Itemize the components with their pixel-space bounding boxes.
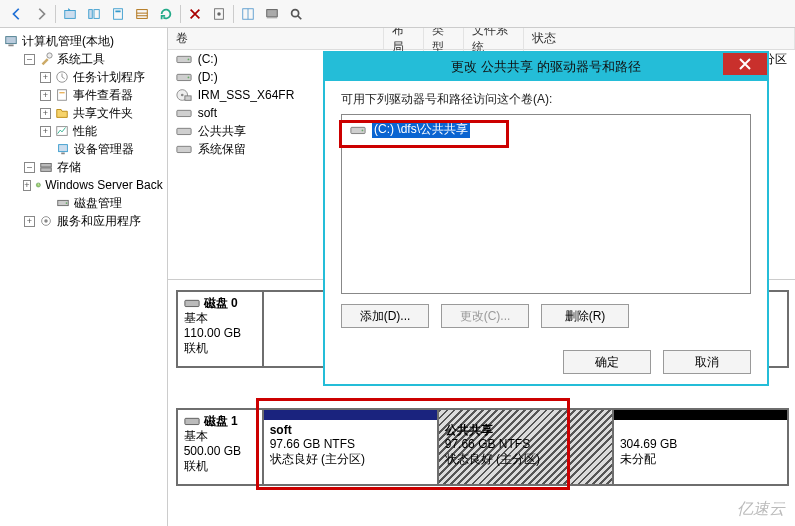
clock-icon	[55, 70, 69, 84]
vol-name: soft	[198, 106, 217, 120]
svg-rect-0	[65, 10, 76, 18]
ok-button[interactable]: 确定	[563, 350, 651, 374]
delete-button[interactable]	[184, 3, 206, 25]
svg-rect-41	[177, 146, 191, 152]
disk-type: 基本	[184, 311, 208, 325]
vol-name: 系统保留	[198, 141, 246, 158]
tree-systools[interactable]: – 系统工具	[0, 50, 167, 68]
tree-perf[interactable]: + 性能	[0, 122, 167, 140]
close-icon	[739, 58, 751, 70]
disk-0-info: 磁盘 0 基本 110.00 GB 联机	[178, 292, 264, 366]
properties-button[interactable]	[107, 3, 129, 25]
expand-icon[interactable]: +	[40, 108, 51, 119]
tree-task[interactable]: + 任务计划程序	[0, 68, 167, 86]
col-status[interactable]: 状态	[524, 28, 795, 49]
svg-rect-12	[267, 9, 278, 16]
tree-label: 性能	[73, 123, 97, 140]
drive-icon	[176, 124, 192, 138]
svg-rect-20	[58, 90, 67, 101]
svg-point-9	[217, 12, 221, 16]
svg-rect-13	[267, 16, 278, 18]
expand-icon[interactable]: +	[40, 72, 51, 83]
dvd-icon	[176, 88, 192, 102]
drive-icon	[176, 142, 192, 156]
expand-icon[interactable]: +	[40, 126, 51, 137]
disk-name: 磁盘 0	[204, 296, 238, 310]
svg-rect-2	[94, 9, 99, 18]
computer-icon	[4, 34, 18, 48]
collapse-icon[interactable]: –	[24, 162, 35, 173]
svg-rect-16	[6, 37, 17, 44]
backup-icon	[35, 178, 42, 192]
cancel-button[interactable]: 取消	[663, 350, 751, 374]
close-button[interactable]	[723, 53, 767, 75]
part-info: 304.69 GB	[620, 437, 677, 451]
perf-icon	[55, 124, 69, 138]
dialog-titlebar[interactable]: 更改 公共共享 的驱动器号和路径	[325, 53, 767, 81]
tree-share[interactable]: + 共享文件夹	[0, 104, 167, 122]
show-button[interactable]	[83, 3, 105, 25]
svg-point-29	[66, 202, 68, 204]
back-button[interactable]	[6, 3, 28, 25]
svg-line-15	[298, 15, 302, 19]
tree-label: 事件查看器	[73, 87, 133, 104]
action-button[interactable]	[261, 3, 283, 25]
toolbar-sep	[55, 5, 56, 23]
props-button[interactable]	[208, 3, 230, 25]
expand-icon[interactable]: +	[23, 180, 30, 191]
svg-rect-38	[185, 96, 191, 100]
tree-label: Windows Server Back	[45, 178, 162, 192]
svg-rect-5	[137, 9, 148, 18]
dialog-label: 可用下列驱动器号和路径访问这个卷(A):	[341, 91, 751, 108]
list-button[interactable]	[131, 3, 153, 25]
vol-name: 公共共享	[198, 123, 246, 140]
tree-label: 计算机管理(本地)	[22, 33, 114, 50]
tree-wsb[interactable]: + Windows Server Back	[0, 176, 167, 194]
svg-rect-17	[8, 45, 13, 47]
col-vol[interactable]: 卷	[168, 28, 384, 49]
disk-1-info: 磁盘 1 基本 500.00 GB 联机	[178, 410, 264, 484]
svg-rect-42	[185, 300, 199, 306]
expand-icon[interactable]: +	[24, 216, 35, 227]
up-button[interactable]	[59, 3, 81, 25]
svg-rect-25	[41, 164, 52, 168]
drive-icon	[176, 52, 192, 66]
find-button[interactable]	[285, 3, 307, 25]
part-status: 未分配	[620, 452, 656, 466]
add-button[interactable]: 添加(D)...	[341, 304, 429, 328]
services-icon	[39, 214, 53, 228]
disk-name: 磁盘 1	[204, 414, 238, 428]
disk-size: 500.00 GB	[184, 444, 241, 458]
tree-storage[interactable]: – 存储	[0, 158, 167, 176]
expand-icon[interactable]: +	[40, 90, 51, 101]
nav-tree[interactable]: 计算机管理(本地) – 系统工具 + 任务计划程序 + 事件查看器 + 共享文件…	[0, 28, 168, 526]
tree-label: 设备管理器	[74, 141, 134, 158]
collapse-icon[interactable]: –	[24, 54, 35, 65]
tree-devmgr[interactable]: 设备管理器	[0, 140, 167, 158]
partition-share[interactable]: 公共共享 97.66 GB NTFS 状态良好 (主分区)	[437, 410, 612, 484]
forward-button[interactable]	[30, 3, 52, 25]
drive-icon	[176, 70, 192, 84]
device-icon	[56, 142, 70, 156]
svg-rect-21	[59, 92, 64, 93]
svg-point-33	[187, 59, 189, 61]
tree-event[interactable]: + 事件查看器	[0, 86, 167, 104]
svg-point-37	[181, 94, 184, 97]
tree-root[interactable]: 计算机管理(本地)	[0, 32, 167, 50]
remove-button[interactable]: 删除(R)	[541, 304, 629, 328]
help-button[interactable]	[237, 3, 259, 25]
svg-rect-4	[115, 10, 120, 12]
vol-name: IRM_SSS_X64FR	[198, 88, 295, 102]
svg-point-18	[47, 53, 52, 58]
folder-share-icon	[55, 106, 69, 120]
disk-state: 联机	[184, 341, 208, 355]
tree-services[interactable]: + 服务和应用程序	[0, 212, 167, 230]
part-info: 97.66 GB NTFS	[445, 437, 530, 451]
svg-rect-40	[177, 128, 191, 134]
svg-rect-43	[185, 418, 199, 424]
change-button[interactable]: 更改(C)...	[441, 304, 529, 328]
tree-diskmgmt[interactable]: 磁盘管理	[0, 194, 167, 212]
refresh-button[interactable]	[155, 3, 177, 25]
partition-unalloc[interactable]: 304.69 GB 未分配	[612, 410, 787, 484]
disk-size: 110.00 GB	[184, 326, 241, 340]
